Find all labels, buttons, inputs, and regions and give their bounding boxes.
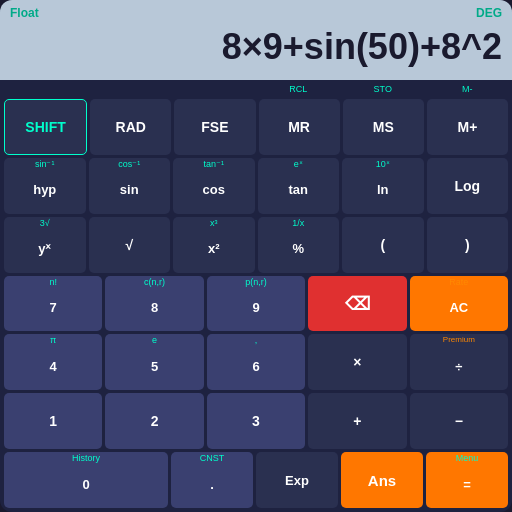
display-mode: Float (10, 6, 39, 20)
label-rate: Rate (449, 278, 468, 287)
btn-fse[interactable]: FSE (174, 99, 255, 155)
btn-9[interactable]: p(n,r) 9 (207, 276, 305, 332)
btn-2[interactable]: 2 (105, 393, 203, 449)
btn-hyp[interactable]: sin⁻¹ hyp (4, 158, 86, 214)
label-nfact: n! (49, 278, 57, 287)
label-premium: Premium (443, 336, 475, 344)
btn-4[interactable]: π 4 (4, 334, 102, 390)
label-cbrt: 3√ (40, 219, 50, 228)
label-menu: Menu (456, 454, 479, 463)
btn-equals[interactable]: Menu = (426, 452, 508, 508)
label-10x: 10ˣ (376, 160, 390, 169)
button-row-6: 1 2 3 + − (4, 393, 508, 449)
btn-multiply[interactable]: × (308, 334, 406, 390)
btn-yx[interactable]: 3√ yˣ (4, 217, 86, 273)
btn-shift[interactable]: SHIFT (4, 99, 87, 155)
btn-sin[interactable]: cos⁻¹ sin (89, 158, 171, 214)
label-sto: STO (342, 84, 424, 96)
label-comma: , (255, 336, 258, 345)
btn-percent[interactable]: 1/x % (258, 217, 340, 273)
btn-sqrt[interactable]: √ (89, 217, 171, 273)
btn-rad[interactable]: RAD (90, 99, 171, 155)
label-recip: 1/x (292, 219, 304, 228)
button-row-7: History 0 CNST . Exp Ans Menu = (4, 452, 508, 508)
label-x3: x³ (210, 219, 218, 228)
btn-log[interactable]: Log (427, 158, 509, 214)
btn-rparen[interactable]: ) (427, 217, 509, 273)
btn-3[interactable]: 3 (207, 393, 305, 449)
btn-mplus[interactable]: M+ (427, 99, 508, 155)
btn-ln[interactable]: 10ˣ ln (342, 158, 424, 214)
buttons-area: RCL STO M- SHIFT RAD FSE MR MS M+ sin⁻¹ … (0, 80, 512, 512)
btn-minus[interactable]: − (410, 393, 508, 449)
btn-0[interactable]: History 0 (4, 452, 168, 508)
btn-7[interactable]: n! 7 (4, 276, 102, 332)
btn-dot[interactable]: CNST . (171, 452, 253, 508)
btn-mr[interactable]: MR (259, 99, 340, 155)
btn-plus[interactable]: + (308, 393, 406, 449)
btn-cos[interactable]: tan⁻¹ cos (173, 158, 255, 214)
btn-6[interactable]: , 6 (207, 334, 305, 390)
label-mminus: M- (427, 84, 509, 96)
btn-divide[interactable]: Premium ÷ (410, 334, 508, 390)
label-pnr: p(n,r) (245, 278, 267, 287)
label-pi: π (50, 336, 56, 345)
button-row-1: SHIFT RAD FSE MR MS M+ (4, 99, 508, 155)
btn-backspace[interactable]: ⌫ (308, 276, 406, 332)
label-history: History (72, 454, 100, 463)
btn-5[interactable]: e 5 (105, 334, 203, 390)
button-row-2: sin⁻¹ hyp cos⁻¹ sin tan⁻¹ cos eˣ tan 10ˣ… (4, 158, 508, 214)
display-topbar: Float DEG (10, 6, 502, 20)
btn-ac[interactable]: Rate AC (410, 276, 508, 332)
button-row-3: 3√ yˣ √ x³ x² 1/x % ( ) (4, 217, 508, 273)
label-cnr: c(n,r) (144, 278, 165, 287)
label-tan-inv: tan⁻¹ (203, 160, 224, 169)
btn-1[interactable]: 1 (4, 393, 102, 449)
btn-x2[interactable]: x³ x² (173, 217, 255, 273)
btn-8[interactable]: c(n,r) 8 (105, 276, 203, 332)
display-section: Float DEG 8×9+sin(50)+8^2 (0, 0, 512, 80)
btn-lparen[interactable]: ( (342, 217, 424, 273)
label-cnst: CNST (200, 454, 225, 463)
calculator: Float DEG 8×9+sin(50)+8^2 RCL STO M- SHI… (0, 0, 512, 512)
button-row-4: n! 7 c(n,r) 8 p(n,r) 9 ⌫ Rate AC (4, 276, 508, 332)
label-e: e (152, 336, 157, 345)
btn-tan[interactable]: eˣ tan (258, 158, 340, 214)
label-cos-inv: cos⁻¹ (118, 160, 140, 169)
button-row-5: π 4 e 5 , 6 × Premium ÷ (4, 334, 508, 390)
label-rcl: RCL (258, 84, 340, 96)
display-expression: 8×9+sin(50)+8^2 (10, 22, 502, 72)
display-angle: DEG (476, 6, 502, 20)
label-sin-inv: sin⁻¹ (35, 160, 55, 169)
btn-ms[interactable]: MS (343, 99, 424, 155)
label-ex: eˣ (294, 160, 303, 169)
btn-ans[interactable]: Ans (341, 452, 423, 508)
btn-exp[interactable]: Exp (256, 452, 338, 508)
